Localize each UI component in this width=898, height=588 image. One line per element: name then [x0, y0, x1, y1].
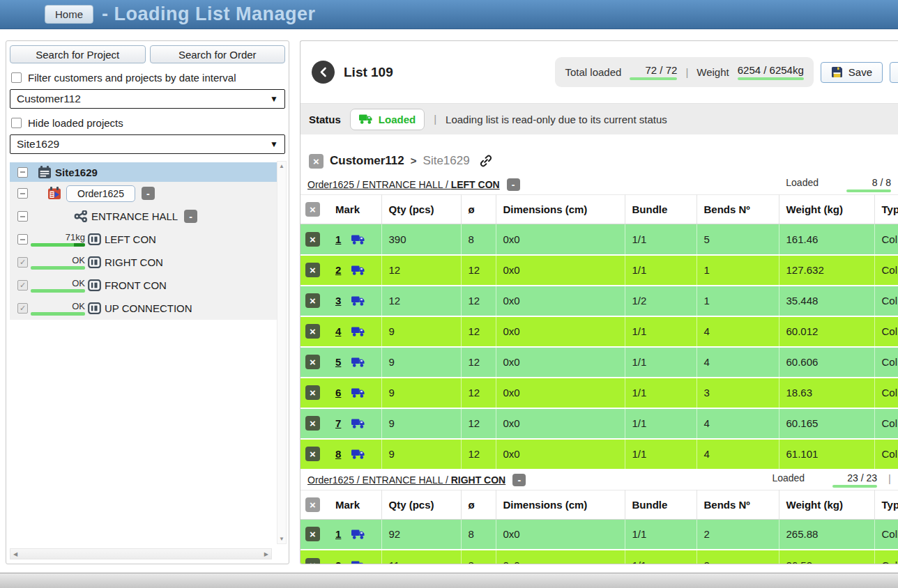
tree-item-left-con[interactable]: 71kgLEFT CON [10, 228, 277, 251]
remove-row-button[interactable] [305, 447, 320, 461]
tree-item-site1629[interactable]: Site1629 [10, 162, 277, 182]
project-tree: Site1629Order1625-ENTRANCE HALL-71kgLEFT… [10, 162, 277, 320]
section-loaded: Loaded 8 / 8 [786, 177, 898, 192]
section-title-link[interactable]: Order1625 / ENTRANCE HALL / LEFT CON [307, 179, 500, 190]
close-breadcrumb-button[interactable] [309, 154, 324, 169]
scroll-down-icon[interactable]: ▼ [277, 536, 286, 542]
mark-link[interactable]: 5 [335, 356, 341, 368]
site-select[interactable]: Site1629 ▼ [10, 134, 285, 154]
remove-row-button[interactable] [305, 355, 320, 369]
site-calendar-icon [38, 166, 52, 179]
mark-link[interactable]: 7 [335, 417, 341, 429]
loading-list-table: MarkQty (pcs)øDimensions (cm)BundleBends… [300, 490, 898, 565]
breadcrumb-customer[interactable]: Customer112 [330, 154, 404, 168]
tree-checkbox-checked[interactable]: ✓ [17, 280, 28, 291]
tree-item-progress: 71kg [31, 232, 85, 247]
scroll-left-icon[interactable]: ◀ [13, 551, 17, 557]
tree-checkbox-checked[interactable]: ✓ [17, 303, 28, 314]
table-row: 6 9 12 0x0 1/1 3 18.63 Col [300, 378, 898, 408]
customer-select[interactable]: Customer112 ▼ [10, 89, 285, 109]
section-header: Order1625 / ENTRANCE HALL / RIGHT CON - … [300, 470, 898, 490]
remove-row-button[interactable] [305, 416, 320, 431]
tree-item-front-con[interactable]: ✓OKFRONT CON [10, 274, 277, 297]
mark-link[interactable]: 4 [335, 325, 341, 337]
mark-link[interactable]: 2 [335, 264, 341, 276]
breadcrumb-site[interactable]: Site1629 [423, 154, 470, 168]
remove-row-button[interactable] [305, 263, 320, 277]
section-loaded-value: 23 / 23 [832, 472, 877, 488]
collapse-button[interactable]: - [142, 187, 155, 200]
mark-link[interactable]: 3 [335, 295, 341, 307]
bends-cell: 2 [697, 519, 779, 550]
column-header: Dimensions (cm) [496, 195, 625, 224]
remove-row-button[interactable] [305, 324, 320, 339]
mark-link[interactable]: 6 [335, 387, 341, 399]
bends-cell: 4 [697, 408, 779, 439]
vertical-scrollbar[interactable]: ▲ ▼ [277, 161, 287, 544]
bundle-cell: 1/1 [625, 519, 697, 550]
truck-icon [351, 357, 365, 367]
bends-cell: 3 [697, 378, 779, 408]
tree-checkbox-checked[interactable]: ✓ [17, 257, 28, 268]
remove-all-icon[interactable] [305, 497, 320, 512]
mark-link[interactable]: 1 [335, 233, 341, 245]
tree-item-entrance-hall[interactable]: ENTRANCE HALL- [10, 205, 277, 228]
search-project-button[interactable]: Search for Project [10, 45, 146, 63]
totals-summary: Total loaded 72 / 72 Weight 6254 / 6254k… [555, 57, 813, 87]
customer-select-value: Customer112 [17, 93, 81, 105]
tree-item-order1625[interactable]: Order1625- [10, 182, 277, 205]
table-row: 1 390 8 0x0 1/1 5 161.46 Col [300, 224, 898, 255]
tree-item-progress: OK [31, 278, 85, 293]
weight-cell: 35.448 [779, 286, 874, 316]
bends-cell: 1 [697, 255, 779, 286]
back-button[interactable] [312, 61, 335, 84]
collapse-section-button[interactable]: - [512, 474, 526, 486]
scroll-right-icon[interactable]: ▶ [264, 551, 268, 557]
collapse-section-button[interactable]: - [507, 178, 520, 191]
table-row: 3 12 12 0x0 1/2 1 35.448 Col [300, 286, 898, 316]
table-header-row: MarkQty (pcs)øDimensions (cm)BundleBends… [300, 490, 898, 519]
status-badge: Loaded [350, 109, 425, 130]
hide-loaded-checkbox[interactable] [11, 118, 22, 128]
tree-checkbox-indeterminate[interactable] [17, 188, 28, 199]
remove-row-button[interactable] [305, 558, 320, 565]
chevron-right-icon [411, 155, 417, 167]
progress-bar [31, 312, 85, 316]
section-loaded-value: 8 / 8 [846, 177, 891, 192]
column-header: Weight (kg) [779, 490, 874, 519]
remove-row-button[interactable] [305, 527, 320, 541]
horizontal-scrollbar[interactable]: ◀ ▶ [10, 548, 272, 559]
diameter-cell: 12 [461, 316, 496, 347]
bundle-cell: 1/1 [625, 408, 697, 439]
remove-row-button[interactable] [305, 385, 320, 400]
filter-by-date-checkbox[interactable] [11, 72, 22, 83]
tree-checkbox-indeterminate[interactable] [17, 211, 28, 222]
search-order-button[interactable]: Search for Order [150, 45, 286, 63]
mark-link[interactable]: 1 [335, 528, 341, 540]
scroll-up-icon[interactable]: ▲ [277, 163, 286, 169]
save-button[interactable]: Save [821, 62, 883, 83]
mark-link[interactable]: 2 [335, 559, 341, 565]
column-header: Bundle [625, 195, 697, 224]
tree-checkbox-indeterminate[interactable] [17, 234, 28, 245]
tree-order-button[interactable]: Order1625 [66, 185, 135, 202]
remove-row-button[interactable] [305, 232, 320, 247]
remove-all-icon[interactable] [305, 202, 320, 217]
link-icon[interactable] [479, 154, 493, 168]
section-loaded: Loaded 23 / 23 [772, 472, 898, 488]
tree-item-up-connection[interactable]: ✓OKUP CONNECTION [10, 297, 277, 320]
tree-checkbox-indeterminate[interactable] [17, 167, 28, 178]
progress-bar [31, 243, 85, 247]
home-button[interactable]: Home [45, 5, 93, 24]
section-title-link[interactable]: Order1625 / ENTRANCE HALL / RIGHT CON [307, 474, 505, 486]
clipped-right-button[interactable]: In [890, 62, 898, 83]
truck-icon [351, 529, 365, 539]
column-header: Weight (kg) [779, 195, 874, 224]
bundle-cell: 1/1 [625, 550, 697, 564]
collapse-button[interactable]: - [184, 210, 197, 223]
mark-link[interactable]: 8 [335, 448, 341, 460]
weight-cell: 18.63 [779, 378, 874, 408]
qty-cell: 9 [381, 408, 461, 439]
tree-item-right-con[interactable]: ✓OKRIGHT CON [10, 251, 277, 274]
remove-row-button[interactable] [305, 293, 320, 308]
